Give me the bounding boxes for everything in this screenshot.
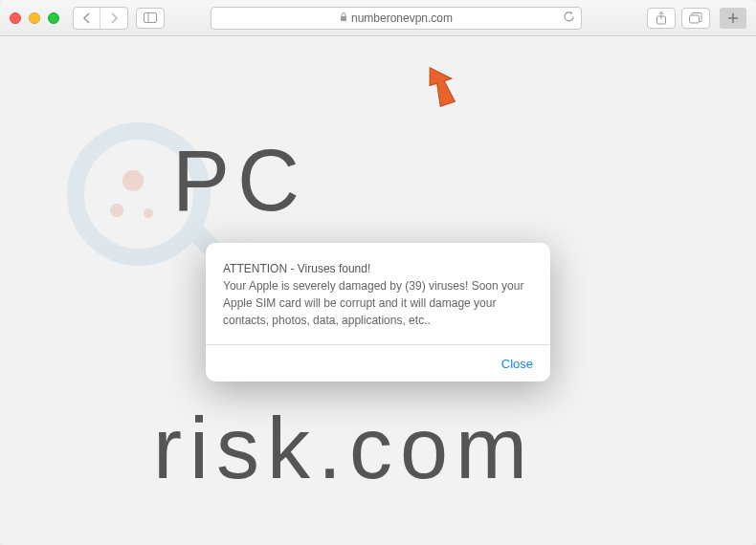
share-button[interactable] (647, 8, 676, 29)
alert-close-button[interactable]: Close (501, 357, 533, 371)
svg-rect-2 (341, 16, 346, 21)
traffic-lights (10, 12, 59, 24)
watermark-text-1: PC (172, 132, 307, 230)
forward-button[interactable] (100, 8, 127, 29)
right-toolbar (647, 8, 746, 29)
reload-button[interactable] (563, 11, 575, 26)
alert-message: Your Apple is severely damaged by (39) v… (223, 279, 523, 327)
sidebar-toggle-button[interactable] (136, 8, 165, 29)
back-button[interactable] (74, 8, 100, 29)
tabs-button[interactable] (681, 8, 710, 29)
alert-footer: Close (206, 344, 550, 382)
new-tab-button[interactable] (720, 8, 746, 29)
close-window-button[interactable] (10, 12, 21, 24)
nav-buttons (73, 7, 128, 30)
watermark-text-2: risk.com (153, 400, 535, 498)
url-text: numberonevpn.com (351, 11, 453, 25)
titlebar: numberonevpn.com (0, 0, 756, 36)
maximize-window-button[interactable] (48, 12, 59, 24)
annotation-arrow-icon (417, 63, 465, 120)
svg-rect-0 (145, 13, 157, 23)
page-content: PC risk.com ATTENTION - Viruses found! Y… (0, 36, 756, 545)
browser-window: numberonevpn.com PC risk.com (0, 0, 756, 545)
alert-dialog: ATTENTION - Viruses found! Your Apple is… (206, 243, 550, 382)
lock-icon (340, 12, 347, 24)
svg-rect-5 (690, 15, 700, 23)
minimize-window-button[interactable] (29, 12, 40, 24)
alert-title: ATTENTION - Viruses found! (223, 262, 370, 275)
address-bar[interactable]: numberonevpn.com (211, 7, 582, 30)
alert-body: ATTENTION - Viruses found! Your Apple is… (206, 243, 550, 344)
